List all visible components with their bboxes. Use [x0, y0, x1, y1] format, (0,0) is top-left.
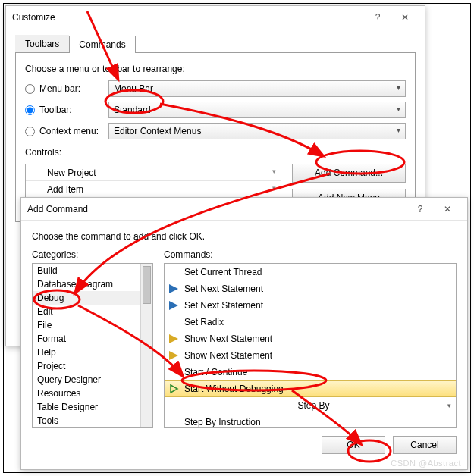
controls-label: Controls:	[25, 147, 406, 158]
category-item[interactable]: Query Designer	[33, 373, 140, 387]
command-item[interactable]: Start / Continue	[165, 364, 456, 380]
blue-arrow-icon	[168, 299, 180, 312]
radio-toolbar-label: Toolbar:	[39, 105, 72, 115]
command-item-label: Step By	[297, 400, 329, 411]
close-icon[interactable]: ✕	[434, 199, 461, 219]
command-item[interactable]: Set Next Statement	[165, 297, 456, 314]
categories-label: Categories:	[32, 249, 153, 260]
menubar-combo-value: Menu Bar	[114, 83, 153, 94]
blank-icon	[168, 266, 180, 278]
customize-titlebar[interactable]: Customize ? ✕	[6, 6, 425, 29]
command-item-label: Start / Continue	[184, 367, 247, 377]
blank-icon	[168, 366, 180, 378]
category-item[interactable]: Table Designer	[33, 400, 140, 414]
customize-title: Customize	[12, 6, 364, 29]
category-item[interactable]: Build	[33, 264, 140, 277]
radio-context-input[interactable]	[25, 127, 35, 136]
blank-icon	[168, 399, 180, 412]
blue-arrow-icon	[168, 283, 180, 295]
category-item[interactable]: Help	[33, 346, 140, 359]
radio-context-label: Context menu:	[39, 126, 99, 136]
command-item[interactable]: Set Current Thread	[165, 264, 456, 280]
category-item[interactable]: Format	[33, 332, 140, 346]
blank-icon	[168, 416, 180, 428]
control-item[interactable]: New Project	[26, 164, 281, 181]
scrollbar[interactable]	[140, 264, 152, 427]
control-item[interactable]: Add Item	[26, 181, 281, 198]
categories-list[interactable]: BuildDatabase DiagramDebugEditFileFormat…	[32, 263, 153, 428]
category-item[interactable]: Tools	[33, 414, 140, 427]
category-item[interactable]: File	[33, 318, 140, 332]
menubar-combo[interactable]: Menu Bar	[108, 80, 406, 97]
help-icon[interactable]: ?	[407, 199, 434, 219]
radio-context[interactable]: Context menu:	[25, 126, 108, 136]
toolbar-combo-value: Standard	[114, 105, 151, 115]
category-item[interactable]: Database Diagram	[33, 277, 140, 291]
category-item[interactable]: Project	[33, 359, 140, 373]
radio-menubar-input[interactable]	[25, 84, 35, 94]
category-item[interactable]: Debug	[33, 291, 140, 305]
radio-menubar[interactable]: Menu bar:	[25, 83, 108, 94]
scrollbar-thumb[interactable]	[143, 266, 151, 304]
add-command-prompt: Choose the command to add and click OK.	[32, 231, 457, 242]
toolbar-combo[interactable]: Standard	[108, 102, 406, 118]
control-item-label: Add Item	[47, 184, 83, 195]
command-item-label: Show Next Statement	[184, 350, 272, 361]
command-item-label: Set Next Statement	[184, 300, 263, 311]
add-command-dialog: Add Command ? ✕ Choose the command to ad…	[20, 197, 468, 470]
tab-toolbars[interactable]: Toolbars	[15, 35, 69, 52]
radio-menubar-label: Menu bar:	[39, 83, 80, 94]
command-item[interactable]: Set Next Statement	[165, 280, 456, 297]
ok-button[interactable]: OK	[322, 436, 385, 454]
category-item[interactable]: Resources	[33, 387, 140, 400]
add-command-button[interactable]: Add Command...	[292, 164, 406, 183]
watermark: CSDN @Abstract	[391, 459, 461, 468]
commands-label: Commands:	[164, 249, 457, 260]
context-combo[interactable]: Editor Context Menus	[108, 123, 406, 139]
command-item[interactable]: Step By Instruction	[165, 414, 456, 428]
radio-toolbar[interactable]: Toolbar:	[25, 105, 108, 115]
command-item[interactable]: Set Radix	[165, 314, 456, 330]
category-item[interactable]: Edit	[33, 305, 140, 318]
command-item-label: Step By Instruction	[184, 417, 261, 427]
command-item[interactable]: Start Without Debugging	[165, 380, 456, 397]
tab-commands[interactable]: Commands	[69, 36, 135, 53]
control-item-label: New Project	[47, 168, 96, 178]
context-combo-value: Editor Context Menus	[114, 126, 201, 136]
command-item-label: Set Current Thread	[184, 267, 262, 277]
add-command-title: Add Command	[27, 198, 407, 221]
command-item[interactable]: Step By	[165, 397, 456, 414]
yellow-arrow-icon	[168, 349, 180, 362]
command-item-label: Set Next Statement	[184, 283, 263, 294]
command-item[interactable]: Show Next Statement	[165, 330, 456, 347]
commands-list[interactable]: Set Current ThreadSet Next StatementSet …	[164, 263, 457, 428]
add-command-titlebar[interactable]: Add Command ? ✕	[21, 198, 467, 221]
cancel-button[interactable]: Cancel	[393, 436, 457, 454]
blank-icon	[168, 316, 180, 328]
close-icon[interactable]: ✕	[391, 8, 419, 27]
radio-toolbar-input[interactable]	[25, 105, 35, 115]
help-icon[interactable]: ?	[364, 8, 391, 27]
command-item-label: Set Radix	[184, 317, 224, 327]
command-item[interactable]: Show Next Statement	[165, 347, 456, 364]
command-item-label: Start Without Debugging	[184, 384, 284, 394]
rearrange-prompt: Choose a menu or toolbar to rearrange:	[25, 64, 406, 74]
yellow-arrow-icon	[168, 333, 180, 345]
controls-list[interactable]: New Project Add Item	[25, 164, 281, 200]
play-outline-icon	[168, 383, 180, 395]
command-item-label: Show Next Statement	[184, 334, 272, 344]
